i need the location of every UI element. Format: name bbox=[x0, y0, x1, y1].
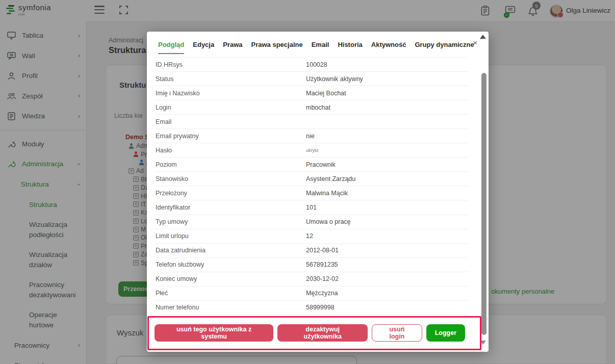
modal-tab[interactable]: Grupy dynamiczne bbox=[415, 38, 474, 53]
tab-label: Email bbox=[312, 41, 329, 48]
delete-user-from-system-button[interactable]: usuń tego użytkownika z systemu bbox=[155, 324, 273, 342]
detail-row: Numer telefonu 58999998 bbox=[156, 301, 468, 315]
field-label: Identyfikator bbox=[156, 204, 306, 211]
tab-label: Edycja bbox=[193, 41, 214, 48]
field-value: 101 bbox=[306, 204, 317, 211]
field-label: Imię i Nazwisko bbox=[156, 90, 306, 97]
field-label: Email bbox=[156, 118, 306, 125]
field-label: Email prywatny bbox=[156, 133, 306, 140]
delete-login-button[interactable]: usuń login bbox=[372, 324, 422, 342]
tab-label: Podgląd bbox=[158, 41, 184, 48]
field-value: 2030-12-02 bbox=[306, 275, 339, 282]
field-value: Mężczyzna bbox=[306, 290, 338, 297]
detail-row: Imię i Nazwisko Maciej Bochat bbox=[156, 86, 468, 100]
field-label: ID HRsys bbox=[156, 61, 306, 68]
field-label: Płeć bbox=[156, 290, 306, 297]
action-button-label: dezaktywuj użytkownika bbox=[304, 326, 342, 340]
field-value: mbochat bbox=[306, 104, 330, 111]
detail-row: Data zatrudnienia 2012-08-01 bbox=[156, 244, 468, 258]
field-label: Telefon służbowy bbox=[156, 261, 306, 268]
field-value: ukryto bbox=[306, 148, 319, 153]
detail-row: Identyfikator 101 bbox=[156, 200, 468, 215]
field-value: 100028 bbox=[306, 61, 327, 68]
scrollbar-thumb[interactable] bbox=[481, 73, 486, 335]
field-label: Data zatrudnienia bbox=[156, 247, 306, 254]
user-detail-rows: ID HRsys 100028 Status Użytkownik aktywn… bbox=[156, 57, 468, 315]
field-value: 567891235 bbox=[306, 261, 338, 268]
field-value: Asystent Zarządu bbox=[306, 175, 355, 183]
field-value: Pracownik bbox=[306, 161, 336, 168]
field-label: Typ umowy bbox=[156, 218, 306, 225]
field-label: Hasło bbox=[156, 147, 306, 154]
modal-scrollbar[interactable] bbox=[480, 32, 488, 352]
app-root: symfonia HR ✓ bbox=[0, 0, 615, 364]
detail-row: Stanowisko Asystent Zarządu bbox=[156, 172, 468, 186]
field-label: Stanowisko bbox=[156, 175, 306, 183]
modal-tab[interactable]: Podgląd bbox=[158, 38, 184, 54]
field-value: 58999998 bbox=[306, 304, 335, 311]
detail-row: Typ umowy Umowa o pracę bbox=[156, 215, 468, 229]
detail-row: ID HRsys 100028 bbox=[156, 58, 468, 72]
tab-label: Aktywność bbox=[371, 41, 406, 48]
action-button-label: Logger bbox=[435, 329, 456, 336]
scroll-down-arrow-icon[interactable] bbox=[480, 341, 486, 345]
tab-label: Prawa bbox=[223, 41, 242, 48]
modal-tab[interactable]: Email bbox=[312, 38, 329, 53]
detail-row: Poziom Pracownik bbox=[156, 158, 468, 172]
modal-tab[interactable]: Prawa bbox=[223, 38, 242, 53]
detail-row: Email prywatny nie bbox=[156, 129, 468, 143]
field-label: Numer telefonu bbox=[156, 304, 306, 311]
field-value: 12 bbox=[306, 232, 313, 240]
field-value: Użytkownik aktywny bbox=[306, 75, 363, 83]
detail-row: Koniec umowy 2030-12-02 bbox=[156, 272, 468, 287]
modal-tab[interactable]: Edycja bbox=[193, 38, 214, 53]
field-value: 2012-08-01 bbox=[306, 247, 339, 254]
tab-label: Historia bbox=[338, 41, 362, 48]
field-label: Przełożony bbox=[156, 190, 306, 197]
scroll-up-arrow-icon[interactable] bbox=[480, 35, 486, 39]
tab-label: Grupy dynamiczne bbox=[415, 41, 474, 48]
modal-action-bar: usuń tego użytkownika z systemu dezaktyw… bbox=[155, 324, 472, 342]
field-value: Umowa o pracę bbox=[306, 218, 351, 225]
modal-tab[interactable]: Aktywność bbox=[371, 38, 406, 53]
action-button-label: usuń tego użytkownika z systemu bbox=[176, 326, 251, 340]
close-icon[interactable]: × bbox=[473, 38, 477, 47]
tab-label: Prawa specjalne bbox=[251, 41, 303, 48]
field-label: Status bbox=[156, 75, 306, 83]
action-button-label: usuń login bbox=[389, 326, 404, 340]
detail-row: Telefon służbowy 567891235 bbox=[156, 258, 468, 272]
logger-button[interactable]: Logger bbox=[426, 324, 465, 342]
detail-row: Email bbox=[156, 115, 468, 129]
detail-row: Status Użytkownik aktywny bbox=[156, 72, 468, 86]
field-value: nie bbox=[306, 133, 315, 140]
field-label: Poziom bbox=[156, 161, 306, 168]
detail-row: Hasło ukryto bbox=[156, 143, 468, 158]
field-label: Limit urlopu bbox=[156, 232, 306, 240]
modal-tab[interactable]: Prawa specjalne bbox=[251, 38, 303, 53]
detail-row: Przełożony Malwina Mącik bbox=[156, 186, 468, 200]
modal-tab[interactable]: Historia bbox=[338, 38, 362, 53]
detail-row: Limit urlopu 12 bbox=[156, 229, 468, 244]
detail-row: Płeć Mężczyzna bbox=[156, 287, 468, 301]
field-label: Koniec umowy bbox=[156, 275, 306, 282]
field-label: Login bbox=[156, 104, 306, 111]
field-value: Malwina Mącik bbox=[306, 190, 348, 197]
user-details-modal: Podgląd Edycja Prawa Prawa specjalne Ema… bbox=[147, 32, 489, 352]
field-value: Maciej Bochat bbox=[306, 90, 346, 97]
detail-row: Login mbochat bbox=[156, 100, 468, 115]
deactivate-user-button[interactable]: dezaktywuj użytkownika bbox=[277, 324, 368, 342]
modal-tabs: Podgląd Edycja Prawa Prawa specjalne Ema… bbox=[158, 38, 458, 54]
